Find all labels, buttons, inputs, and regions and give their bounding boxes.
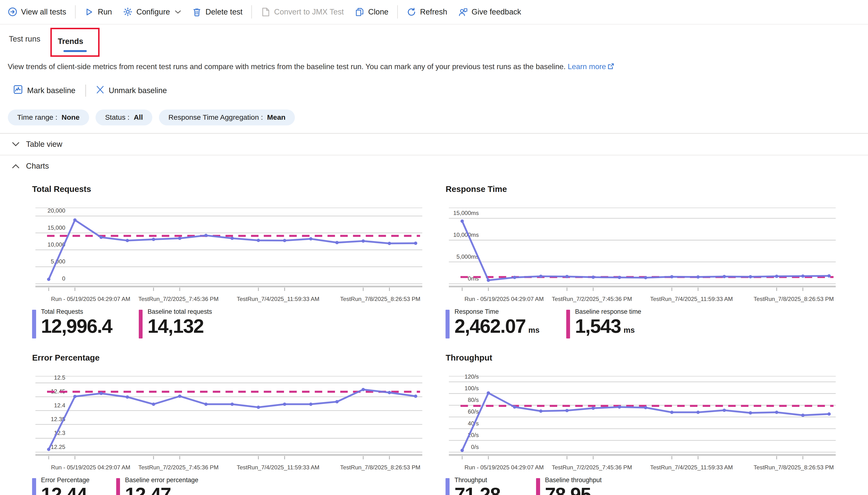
svg-text:TestRun_7/8/2025_8:26:53 PM: TestRun_7/8/2025_8:26:53 PM [754, 295, 834, 302]
svg-text:Run - 05/19/2025 04:29:07 AM: Run - 05/19/2025 04:29:07 AM [464, 464, 544, 471]
stat-unit: /s [594, 494, 600, 495]
stat-value: 12.44 [41, 484, 89, 495]
chart-response-time: Response Time 0ms5,000ms10,000ms15,000ms… [445, 184, 839, 339]
chart-stats: Response Time 2,462.07ms Baseline respon… [445, 308, 839, 339]
filter-status[interactable]: Status : All [96, 109, 152, 125]
trends-description: View trends of client-side metrics from … [0, 57, 868, 72]
stat-color-bar [32, 478, 36, 495]
svg-text:TestRun_7/8/2025_8:26:53 PM: TestRun_7/8/2025_8:26:53 PM [340, 464, 421, 471]
configure-button[interactable]: Configure [118, 4, 187, 20]
mark-baseline-button[interactable]: Mark baseline [8, 82, 81, 100]
stat-value: 71.28/s [455, 484, 510, 495]
svg-text:Run - 05/19/2025 04:29:07 AM: Run - 05/19/2025 04:29:07 AM [51, 295, 131, 302]
section-table-view[interactable]: Table view [0, 134, 868, 155]
mark-baseline-label: Mark baseline [27, 86, 75, 95]
chart-title: Throughput [445, 353, 839, 362]
toolbar-divider [75, 5, 75, 18]
svg-text:100/s: 100/s [465, 385, 479, 391]
unmark-baseline-icon [96, 86, 104, 96]
svg-text:TestRun_7/4/2025_11:59:33 AM: TestRun_7/4/2025_11:59:33 AM [237, 295, 320, 302]
chart-title: Total Requests [32, 184, 426, 194]
tab-bar: Test runs Trends [0, 24, 868, 57]
stat-label: Error Percentage [41, 477, 89, 484]
run-icon [84, 7, 94, 17]
run-button[interactable]: Run [79, 4, 117, 20]
trend-chart: 0/s20/s40/s60/s80/s100/s120/sRun - 05/19… [445, 371, 839, 473]
svg-text:0: 0 [62, 275, 66, 281]
stat-unit: ms [528, 326, 540, 335]
baseline-stat: Baseline throughput 78.95/s [536, 477, 602, 495]
filter-time-range[interactable]: Time range : None [8, 109, 89, 125]
unmark-baseline-label: Unmark baseline [108, 86, 167, 95]
baseline-actions: Mark baseline Unmark baseline [0, 71, 868, 103]
svg-text:5,000ms: 5,000ms [457, 253, 479, 260]
svg-text:20,000: 20,000 [48, 207, 65, 214]
stat-value: 2,462.07ms [455, 316, 540, 336]
metric-stat: Throughput 71.28/s [445, 477, 509, 495]
svg-text:12.25: 12.25 [51, 443, 65, 450]
clone-button[interactable]: Clone [349, 4, 394, 20]
stat-value: 12,996.4 [41, 316, 112, 336]
baseline-stat: Baseline response time 1,543ms [566, 308, 641, 339]
svg-text:Run - 05/19/2025 04:29:07 AM: Run - 05/19/2025 04:29:07 AM [51, 464, 131, 471]
trash-icon [192, 7, 202, 17]
tab-test-runs[interactable]: Test runs [8, 29, 41, 50]
view-all-tests-icon [8, 7, 17, 17]
refresh-label: Refresh [420, 7, 447, 16]
svg-text:12.4: 12.4 [54, 402, 66, 409]
metric-stat: Response Time 2,462.07ms [445, 308, 539, 339]
trend-chart: 12.2512.312.3512.412.4512.5Run - 05/19/2… [32, 371, 426, 473]
section-charts[interactable]: Charts [0, 155, 868, 176]
stat-value: 1,543ms [575, 316, 641, 336]
chart-error-percentage: Error Percentage 12.2512.312.3512.412.45… [32, 353, 426, 495]
svg-text:TestRun_7/2/2025_7:45:36 PM: TestRun_7/2/2025_7:45:36 PM [138, 295, 219, 302]
svg-text:120/s: 120/s [465, 373, 479, 379]
annotation-red-box: Trends [50, 28, 100, 57]
stat-unit: ms [624, 326, 635, 335]
refresh-button[interactable]: Refresh [401, 4, 453, 20]
command-bar: View all tests Run Configure Delete test [0, 0, 868, 24]
configure-label: Configure [136, 7, 170, 16]
chevron-down-icon [12, 140, 19, 149]
stat-color-bar [116, 478, 120, 495]
delete-test-button[interactable]: Delete test [187, 4, 248, 20]
stat-label: Baseline error percentage [125, 477, 199, 484]
svg-text:TestRun_7/4/2025_11:59:33 AM: TestRun_7/4/2025_11:59:33 AM [650, 295, 733, 302]
external-link-icon [608, 63, 614, 71]
svg-text:TestRun_7/8/2025_8:26:53 PM: TestRun_7/8/2025_8:26:53 PM [754, 464, 834, 471]
svg-text:15,000ms: 15,000ms [453, 210, 479, 216]
chevron-down-icon [175, 10, 181, 14]
chart-title: Response Time [445, 184, 839, 194]
svg-text:80/s: 80/s [468, 397, 479, 403]
table-view-label: Table view [26, 140, 62, 149]
toolbar-divider [397, 5, 398, 18]
give-feedback-button[interactable]: Give feedback [453, 4, 527, 20]
stat-color-bar [445, 310, 449, 339]
chart-title: Error Percentage [32, 353, 426, 362]
svg-text:Run - 05/19/2025 04:29:07 AM: Run - 05/19/2025 04:29:07 AM [464, 295, 544, 302]
stat-label: Total Requests [41, 308, 112, 315]
tab-trends[interactable]: Trends [57, 31, 84, 46]
svg-text:TestRun_7/2/2025_7:45:36 PM: TestRun_7/2/2025_7:45:36 PM [552, 464, 632, 471]
metric-stat: Error Percentage 12.44 [32, 477, 89, 495]
convert-to-jmx-button: Convert to JMX Test [255, 4, 349, 20]
stat-color-bar [445, 478, 449, 495]
stat-value: 14,132 [148, 316, 212, 336]
view-all-tests-label: View all tests [21, 7, 66, 16]
unmark-baseline-button[interactable]: Unmark baseline [90, 82, 172, 99]
svg-text:12.5: 12.5 [54, 374, 66, 381]
baseline-stat: Baseline total requests 14,132 [139, 308, 212, 339]
convert-to-jmx-label: Convert to JMX Test [274, 7, 344, 16]
svg-text:15,000: 15,000 [48, 224, 65, 231]
chart-stats: Error Percentage 12.44 Baseline error pe… [32, 477, 426, 495]
filter-response-time-aggregation[interactable]: Response Time Aggregation : Mean [159, 109, 295, 125]
svg-text:TestRun_7/4/2025_11:59:33 AM: TestRun_7/4/2025_11:59:33 AM [650, 464, 733, 471]
run-label: Run [98, 7, 112, 16]
stat-label: Baseline total requests [148, 308, 212, 315]
view-all-tests-button[interactable]: View all tests [2, 4, 71, 20]
svg-text:60/s: 60/s [468, 408, 479, 415]
svg-text:TestRun_7/2/2025_7:45:36 PM: TestRun_7/2/2025_7:45:36 PM [138, 464, 219, 471]
charts-label: Charts [26, 161, 49, 171]
learn-more-link[interactable]: Learn more [568, 62, 614, 71]
svg-text:TestRun_7/8/2025_8:26:53 PM: TestRun_7/8/2025_8:26:53 PM [340, 295, 421, 302]
